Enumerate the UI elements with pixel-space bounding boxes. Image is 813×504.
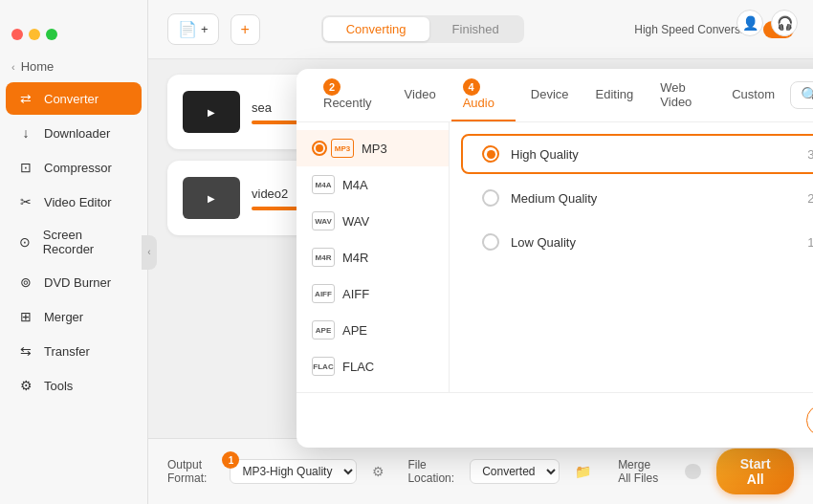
add-file-icon: 📄 [178, 20, 197, 38]
dtab-web-video-label: Web Video [660, 80, 692, 109]
create-button[interactable]: Create [806, 405, 813, 436]
maximize-dot[interactable] [46, 29, 57, 40]
tab-finished[interactable]: Finished [429, 17, 522, 41]
main-tab-group: Converting Finished [321, 15, 524, 43]
output-format-select[interactable]: MP3-High Quality [230, 459, 357, 484]
sidebar-item-downloader-label: Downloader [44, 126, 110, 141]
sidebar-item-converter[interactable]: ⇄ Converter [6, 82, 142, 115]
sidebar-item-transfer[interactable]: ⇆ Transfer [6, 335, 142, 367]
m4a-icon: M4A [312, 175, 335, 194]
flac-icon: FLAC [312, 357, 335, 376]
sidebar-item-downloader[interactable]: ↓ Downloader [6, 117, 142, 149]
dtab-device-label: Device [531, 87, 569, 101]
transfer-icon: ⇆ [17, 342, 34, 360]
tools-icon: ⚙ [17, 377, 34, 394]
app-header: 📄 + + Converting Finished High Speed Con… [148, 0, 813, 59]
content-area: ▶ sea Convert ⚙ Settings ▶ video2 [148, 59, 813, 438]
dtab-recently-label: Recently [323, 96, 372, 110]
back-arrow-icon: ‹ [11, 61, 15, 73]
sidebar-item-compressor[interactable]: ⊡ Compressor [6, 151, 142, 184]
avatar-button[interactable]: 👤 [736, 10, 763, 36]
quality-item-low[interactable]: Low Quality 128 kbps ✏️ [461, 222, 813, 262]
dtab-video[interactable]: Video [393, 77, 448, 113]
create-button-wrapper: Create 5 [806, 405, 813, 436]
format-search-box[interactable]: 🔍 [790, 81, 813, 109]
video-thumbnail-1: ▶ [183, 91, 240, 133]
wav-icon: WAV [312, 211, 335, 230]
dtab-recently[interactable]: 2 Recently [312, 69, 389, 121]
sidebar-item-video-editor-label: Video Editor [44, 195, 112, 209]
dtab-web-video[interactable]: Web Video [648, 71, 716, 121]
sidebar-item-tools-label: Tools [44, 379, 73, 393]
format-item-aiff[interactable]: AIFF AIFF [297, 275, 449, 312]
ape-label: APE [342, 323, 367, 338]
sidebar-item-merger[interactable]: ⊞ Merger [6, 300, 142, 333]
dtab-audio[interactable]: 4 Audio [451, 69, 516, 121]
dtab-editing[interactable]: Editing [584, 77, 646, 113]
m4a-label: M4A [342, 178, 368, 192]
dropdown-tab-bar: 2 Recently Video 4 Audio Device Editing [297, 69, 813, 122]
window-controls [0, 29, 147, 55]
mp3-radio [312, 141, 327, 156]
low-quality-kbps: 128 kbps [807, 235, 813, 250]
quality-item-high[interactable]: High Quality 320 kbps ✏️ [461, 134, 813, 174]
home-label: Home [21, 59, 55, 74]
low-quality-label: Low Quality [511, 235, 796, 250]
sidebar-item-dvd-burner[interactable]: ⊚ DVD Burner [6, 266, 142, 298]
sidebar: ‹ Home ⇄ Converter ↓ Downloader ⊡ Compre… [0, 0, 148, 504]
converter-icon: ⇄ [17, 90, 34, 107]
dvd-burner-icon: ⊚ [17, 274, 34, 291]
sidebar-item-video-editor[interactable]: ✂ Video Editor [6, 186, 142, 218]
start-all-button[interactable]: Start All [716, 449, 794, 494]
format-item-mp3[interactable]: MP3 MP3 [297, 130, 449, 166]
sidebar-item-screen-recorder-label: Screen Recorder [43, 228, 130, 256]
wav-label: WAV [342, 214, 369, 229]
mp3-label: MP3 [362, 142, 387, 156]
high-quality-label: High Quality [511, 147, 796, 162]
dtab-audio-label: Audio [463, 96, 494, 110]
top-icon-area: 👤 🎧 [736, 10, 798, 36]
search-icon: 🔍 [801, 86, 813, 104]
add-url-button[interactable]: + [231, 14, 260, 45]
minimize-dot[interactable] [29, 29, 40, 40]
aiff-icon: AIFF [312, 284, 335, 303]
audio-badge: 4 [463, 78, 480, 96]
format-dropdown-panel: 2 Recently Video 4 Audio Device Editing [297, 69, 813, 448]
format-item-m4a[interactable]: M4A M4A [297, 166, 449, 203]
main-area: 👤 🎧 📄 + + Converting Finished High Speed… [148, 0, 813, 504]
file-location-browse-icon[interactable]: 📁 [575, 464, 591, 479]
output-settings-icon[interactable]: ⚙ [372, 464, 385, 479]
dtab-video-label: Video [405, 87, 436, 101]
dtab-custom-label: Custom [732, 87, 775, 101]
merge-label: Merge All Files [618, 458, 664, 485]
format-item-ape[interactable]: APE APE [297, 312, 449, 348]
sidebar-item-screen-recorder[interactable]: ⊙ Screen Recorder [6, 220, 142, 264]
sidebar-item-tools[interactable]: ⚙ Tools [6, 369, 142, 402]
merge-toggle[interactable] [685, 464, 701, 479]
sidebar-item-dvd-burner-label: DVD Burner [44, 275, 111, 290]
tab-converting[interactable]: Converting [323, 17, 429, 41]
sidebar-item-merger-label: Merger [44, 310, 83, 324]
mp3-icon: MP3 [331, 139, 354, 158]
dtab-custom[interactable]: Custom [720, 77, 786, 113]
dropdown-body: MP3 MP3 M4A M4A WAV WAV M4R M4R [297, 122, 813, 392]
format-item-flac[interactable]: FLAC FLAC [297, 348, 449, 384]
format-item-m4r[interactable]: M4R M4R [297, 239, 449, 275]
downloader-icon: ↓ [17, 124, 34, 142]
dtab-device[interactable]: Device [519, 77, 581, 113]
format-item-wav[interactable]: WAV WAV [297, 203, 449, 239]
home-link[interactable]: ‹ Home [0, 55, 147, 81]
aiff-label: AIFF [342, 287, 369, 301]
flac-label: FLAC [342, 360, 374, 374]
sidebar-item-converter-label: Converter [44, 92, 99, 106]
recently-badge: 2 [323, 78, 341, 96]
headset-button[interactable]: 🎧 [771, 10, 798, 36]
quality-item-medium[interactable]: Medium Quality 256 kbps ✏️ [461, 178, 813, 218]
output-format-label: Output Format: [167, 458, 214, 485]
output-format-wrapper: MP3-High Quality 1 [230, 459, 357, 484]
close-dot[interactable] [11, 29, 23, 40]
add-file-button[interactable]: 📄 + [167, 13, 219, 45]
file-location-select[interactable]: Converted [470, 459, 560, 484]
video-thumbnail-2: ▶ [183, 177, 240, 219]
sidebar-collapse-button[interactable]: ‹ [142, 235, 157, 270]
